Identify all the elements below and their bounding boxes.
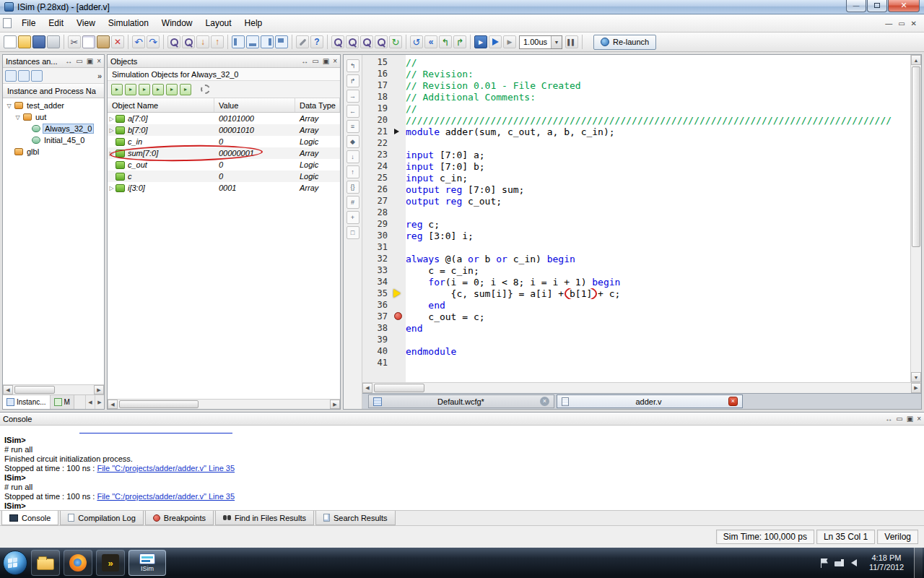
pause-icon[interactable] <box>565 35 578 48</box>
paste-icon[interactable] <box>97 35 110 48</box>
code-line-37[interactable]: 37 c_out = c; <box>362 311 910 322</box>
run-all-icon[interactable] <box>474 35 487 48</box>
close-icon[interactable] <box>333 58 337 65</box>
line-marker[interactable] <box>393 276 406 288</box>
maximize-icon[interactable] <box>312 58 318 65</box>
reload-icon[interactable] <box>389 35 402 48</box>
next-edit-icon[interactable]: ↱ <box>346 74 359 87</box>
tree-item-test-adder[interactable]: ▽test_adder <box>3 100 104 111</box>
scroll-left-icon[interactable]: ◀ <box>362 383 372 393</box>
run-for-icon[interactable] <box>503 35 516 48</box>
run-duration-combo[interactable]: 1.00us ▼ <box>519 35 562 49</box>
maximize-icon[interactable] <box>896 415 902 423</box>
object-row-c-out[interactable]: c_out0Logic <box>108 159 340 171</box>
line-marker[interactable] <box>393 264 406 276</box>
menu-window[interactable]: Window <box>155 16 199 30</box>
restore-button[interactable] <box>867 0 887 12</box>
copy-icon[interactable] <box>82 35 95 48</box>
line-marker[interactable] <box>393 160 406 172</box>
code-line-23[interactable]: 23input [7:0] a; <box>362 149 910 160</box>
undo-icon[interactable] <box>132 35 145 48</box>
filter-constant-icon[interactable] <box>166 84 178 95</box>
save-icon[interactable] <box>32 35 45 48</box>
column-header-data-type[interactable]: Data Type <box>295 98 340 112</box>
line-marker[interactable] <box>393 241 406 253</box>
processes-view-icon[interactable] <box>18 70 30 82</box>
column-header-value[interactable]: Value <box>214 98 295 112</box>
action-center-flag-icon[interactable] <box>819 558 829 568</box>
code-line-38[interactable]: 38end <box>362 322 910 334</box>
restart-icon[interactable] <box>410 35 423 48</box>
isim-taskbar-button[interactable]: ISim <box>128 550 166 576</box>
code-line-36[interactable]: 36 end <box>362 299 910 311</box>
step-over-icon[interactable] <box>453 35 466 48</box>
chevron-overflow-icon[interactable]: » <box>97 72 102 80</box>
zoom-full-icon[interactable] <box>360 35 373 48</box>
instances-view-icon[interactable] <box>5 70 17 82</box>
console-file-link[interactable]: File "C:/projects/adder/adder.v" Line 35 <box>97 464 235 473</box>
scrollbar-thumb[interactable] <box>374 384 424 392</box>
float-icon[interactable] <box>301 58 308 65</box>
filter-internal-icon[interactable] <box>152 84 164 95</box>
line-marker[interactable] <box>393 288 406 299</box>
line-marker[interactable] <box>393 103 406 114</box>
memories-view-icon[interactable] <box>31 70 43 82</box>
dock-icon[interactable] <box>323 58 329 65</box>
menu-file[interactable]: File <box>15 16 42 30</box>
prev-edit-icon[interactable]: ↰ <box>346 59 359 72</box>
init-icon[interactable] <box>424 35 437 48</box>
line-marker[interactable] <box>393 207 406 218</box>
line-marker[interactable] <box>393 79 406 91</box>
help-icon[interactable] <box>310 35 323 48</box>
mdi-restore-icon[interactable]: ▭ <box>898 20 905 27</box>
close-icon[interactable] <box>917 415 921 423</box>
zoom-in-icon[interactable] <box>331 35 344 48</box>
minimize-button[interactable]: — <box>846 0 866 12</box>
close-button[interactable]: ✕ <box>888 0 920 12</box>
code-line-40[interactable]: 40endmodule <box>362 345 910 357</box>
delete-icon[interactable] <box>111 35 124 48</box>
zoom-out-icon[interactable] <box>346 35 359 48</box>
scroll-left-icon[interactable]: ◀ <box>108 400 118 409</box>
combo-dropdown-icon[interactable]: ▼ <box>551 36 562 48</box>
code-line-39[interactable]: 39 <box>362 334 910 345</box>
play-icon[interactable] <box>489 35 502 48</box>
code-line-24[interactable]: 24input [7:0] b; <box>362 160 910 172</box>
tab-instanc[interactable]: Instanc... <box>3 395 51 409</box>
menu-edit[interactable]: Edit <box>42 16 70 30</box>
scroll-up-icon[interactable]: ▲ <box>911 55 921 65</box>
menu-simulation[interactable]: Simulation <box>102 16 155 30</box>
tab-compilation-log[interactable]: Compilation Log <box>60 511 144 525</box>
taskbar-clock[interactable]: 4:18 PM 11/7/2012 <box>865 553 908 572</box>
find-icon[interactable] <box>167 35 180 48</box>
code-line-22[interactable]: 22 <box>362 137 910 149</box>
dock-icon[interactable] <box>87 58 93 65</box>
settings-gear-icon[interactable] <box>201 85 210 94</box>
filter-inout-icon[interactable] <box>139 84 150 95</box>
tree-item-always-32-0[interactable]: Always_32_0 <box>3 123 104 134</box>
line-marker[interactable] <box>393 126 406 137</box>
code-line-18[interactable]: 18// Additional Comments: <box>362 91 910 103</box>
tab-close-icon[interactable]: × <box>540 397 549 406</box>
code-line-16[interactable]: 16// Revision: <box>362 68 910 79</box>
expander-icon[interactable]: ▽ <box>14 114 21 121</box>
code-line-31[interactable]: 31 <box>362 241 910 253</box>
scrollbar-thumb[interactable] <box>912 66 920 247</box>
objects-hscrollbar[interactable]: ◀ ▶ <box>108 399 340 409</box>
match-paren-icon[interactable]: {} <box>346 181 359 194</box>
line-marker[interactable] <box>393 114 406 126</box>
scroll-right-icon[interactable]: ▶ <box>330 400 340 409</box>
object-row-b-7-0[interactable]: ▷b[7:0]00001010Array <box>108 124 340 136</box>
mdi-minimize-icon[interactable]: — <box>885 20 892 27</box>
line-marker[interactable] <box>393 56 406 68</box>
object-row-a-7-0[interactable]: ▷a[7:0]00101000Array <box>108 113 340 124</box>
start-button[interactable] <box>3 551 27 575</box>
object-row-sum-7-0[interactable]: ▷sum[7:0]00000001Array <box>108 147 340 159</box>
instances-column-header[interactable]: Instance and Process Na <box>3 84 104 98</box>
bookmark-icon[interactable]: ◆ <box>346 135 359 148</box>
console-output[interactable]: ISim># run allFinished circuit initializ… <box>0 426 924 510</box>
select-mode-icon[interactable]: □ <box>346 226 359 239</box>
line-marker[interactable] <box>393 322 406 334</box>
tab-m[interactable]: M <box>51 395 74 409</box>
tab-console[interactable]: Console <box>1 511 58 525</box>
